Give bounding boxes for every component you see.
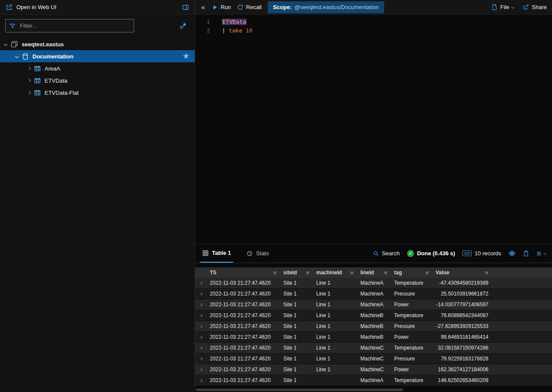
table-row[interactable]: 2022-11-03 21:27:47.4620Site 1Line 1Mach…	[195, 353, 552, 364]
table-row[interactable]: 2022-11-03 21:27:47.4620Site 1MachineATe…	[195, 375, 552, 386]
cell-tag: Temperature	[391, 310, 432, 321]
sidebar-item-cluster[interactable]: seeqtest.eastus	[0, 38, 195, 50]
chevron-down-icon[interactable]	[4, 42, 7, 46]
column-header-siteid[interactable]: siteId≡	[280, 267, 313, 278]
table-row[interactable]: 2022-11-03 21:27:47.4620Site 1Line 1Mach…	[195, 289, 552, 299]
tab-stats[interactable]: Stats	[244, 244, 271, 263]
scope-selector[interactable]: Scope: @seeqtest.eastus/Documentation	[268, 1, 384, 13]
row-expand-chevron[interactable]	[195, 332, 206, 342]
column-label: TS	[210, 270, 216, 276]
table-row[interactable]: 2022-11-03 21:27:47.4620Site 1Line 1Mach…	[195, 343, 552, 353]
column-menu-icon[interactable]: ≡	[306, 270, 309, 276]
column-menu-icon[interactable]: ≡	[273, 270, 276, 276]
row-expand-chevron[interactable]	[195, 321, 206, 331]
table-row[interactable]: 2022-11-03 21:27:47.4620Site 1Line 1Mach…	[195, 364, 552, 375]
cell-value: -47.43094580219389	[432, 278, 492, 288]
horizontal-scrollbar[interactable]	[195, 388, 552, 392]
sidebar-item-table-etvdata[interactable]: ETVData	[0, 74, 195, 87]
records-icon: 123	[462, 251, 472, 256]
sidebar-item-database-documentation[interactable]: Documentation ★	[0, 50, 195, 62]
chevron-right-icon[interactable]	[27, 91, 31, 94]
filter-icon	[10, 23, 16, 29]
status-label: Done (0.436 s)	[417, 250, 455, 257]
token-table-name: ETVData	[222, 19, 247, 25]
query-editor[interactable]: 1 ETVData 2 | take 10	[195, 15, 552, 244]
filter-row	[5, 19, 187, 32]
column-header-machineid[interactable]: machineId≡	[313, 267, 357, 278]
scope-value: @seeqtest.eastus/Documentation	[294, 4, 379, 10]
column-menu-icon[interactable]: ≡	[384, 270, 387, 276]
view-menu-button[interactable]: ≡	[536, 250, 546, 257]
clipboard-icon[interactable]	[523, 251, 529, 257]
table-row[interactable]: 2022-11-03 21:27:47.4620Site 1Line 1Mach…	[195, 310, 552, 321]
cell-filler	[492, 343, 552, 353]
recall-label: Recall	[246, 4, 262, 10]
record-count: 123 10 records	[462, 250, 501, 257]
scrollbar-thumb[interactable]	[196, 389, 403, 391]
split-panel-icon[interactable]	[182, 4, 189, 11]
row-expand-chevron[interactable]	[195, 278, 206, 288]
cell-lineid: MachineA	[357, 289, 391, 299]
chevron-right-icon[interactable]	[27, 79, 31, 82]
file-label: File	[500, 4, 509, 10]
row-expand-chevron[interactable]	[195, 289, 206, 299]
table-row[interactable]: 2022-11-03 21:27:47.4620Site 1Line 1Mach…	[195, 278, 552, 289]
top-bar-left: Open in Web UI	[0, 0, 195, 14]
sidebar-item-table-areaa[interactable]: AreaA	[0, 62, 195, 74]
recall-button[interactable]: Recall	[237, 4, 262, 10]
header-expand-spacer	[195, 267, 206, 278]
column-label: tag	[394, 270, 402, 276]
sidebar-item-table-etvdata-flat[interactable]: ETVData-Flat	[0, 87, 195, 99]
search-button[interactable]: Search	[373, 250, 400, 257]
column-menu-icon[interactable]: ≡	[425, 270, 429, 276]
collapse-panel-button[interactable]: «	[200, 3, 206, 11]
cell-machineid: Line 1	[313, 343, 357, 353]
table-row[interactable]: 2022-11-03 21:27:47.4620Site 1Line 1Mach…	[195, 332, 552, 343]
cell-value: -14.030777971406597	[432, 299, 492, 310]
cell-machineid: Line 1	[313, 289, 357, 299]
cell-siteid: Site 1	[280, 310, 313, 321]
column-header-tag[interactable]: tag≡	[391, 267, 432, 278]
column-header-ts[interactable]: TS≡	[206, 267, 280, 278]
cluster-icon	[11, 41, 18, 48]
chevron-down-icon[interactable]	[15, 55, 19, 58]
column-menu-icon[interactable]: ≡	[350, 270, 353, 276]
share-button[interactable]: Share	[523, 4, 547, 10]
column-menu-icon[interactable]: ≡	[485, 270, 488, 276]
cell-value: 79.92259163178828	[432, 353, 492, 364]
cell-lineid: MachineC	[357, 364, 391, 375]
cluster-tree: seeqtest.eastus Documentation ★ AreaA	[0, 38, 195, 99]
table-icon	[34, 90, 41, 96]
chevron-right-icon[interactable]	[27, 67, 31, 70]
row-expand-chevron[interactable]	[195, 310, 206, 321]
cell-tag: Power	[391, 299, 432, 310]
table-row[interactable]: 2022-11-03 21:27:47.4620Site 1Line 1Mach…	[195, 299, 552, 310]
column-header-value[interactable]: Value≡	[432, 267, 492, 278]
stats-icon	[247, 251, 253, 257]
star-icon[interactable]: ★	[183, 53, 189, 60]
open-external-icon	[6, 4, 13, 11]
filter-input[interactable]	[19, 22, 130, 29]
share-label: Share	[532, 4, 547, 10]
favorites-filter-icon[interactable]	[180, 22, 187, 29]
cell-ts: 2022-11-03 21:27:47.4620	[206, 375, 280, 386]
preview-eye-icon[interactable]	[508, 250, 516, 257]
row-expand-chevron[interactable]	[195, 375, 206, 386]
success-check-icon: ✓	[407, 250, 414, 257]
row-expand-chevron[interactable]	[195, 299, 206, 310]
open-in-web-ui-button[interactable]: Open in Web UI	[16, 4, 56, 10]
tab-table-1[interactable]: Table 1	[200, 244, 233, 263]
run-button[interactable]: Run	[212, 4, 231, 10]
cell-lineid: MachineA	[357, 375, 391, 386]
table-icon	[34, 65, 41, 72]
row-expand-chevron[interactable]	[195, 343, 206, 353]
main-area: 1 ETVData 2 | take 10 Table 1	[195, 15, 552, 392]
share-icon	[523, 4, 529, 10]
column-header-lineid[interactable]: lineId≡	[357, 267, 391, 278]
row-expand-chevron[interactable]	[195, 353, 206, 364]
table-row[interactable]: 2022-11-03 21:27:47.4620Site 1Line 1Mach…	[195, 321, 552, 332]
cell-siteid: Site 1	[280, 364, 313, 375]
file-menu-button[interactable]: File	[491, 4, 514, 10]
line-number: 2	[195, 26, 210, 35]
row-expand-chevron[interactable]	[195, 364, 206, 375]
